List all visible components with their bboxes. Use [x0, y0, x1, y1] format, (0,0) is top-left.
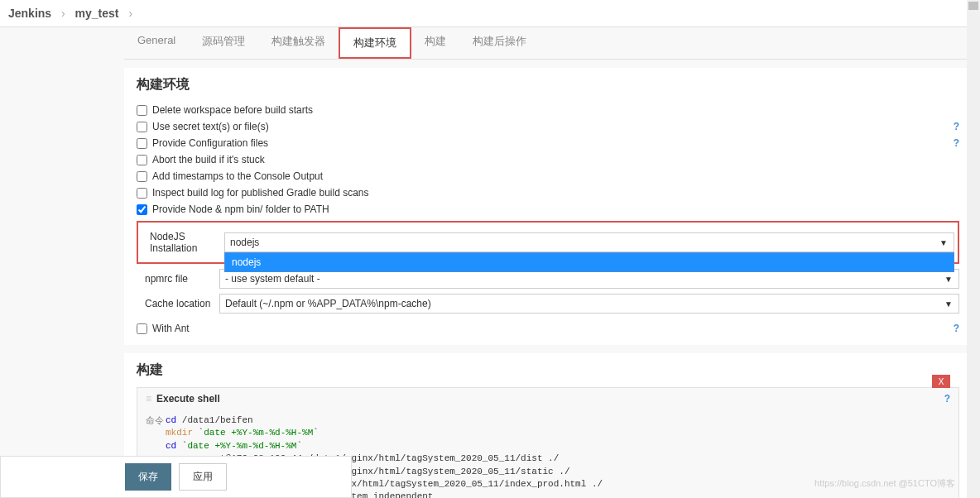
env-checkbox-2[interactable]: [137, 138, 147, 149]
cache-select[interactable]: Default (~/.npm or %APP_DATA%\npm-cache): [219, 294, 959, 314]
env-check-label: Delete workspace before build starts: [152, 104, 959, 116]
apply-button[interactable]: 应用: [179, 463, 227, 491]
nodejs-config-highlight: NodeJS Installation nodejs ▼ nodejs: [137, 221, 959, 264]
env-check-label: Provide Node & npm bin/ folder to PATH: [152, 204, 959, 215]
chevron-down-icon: ▼: [944, 275, 953, 284]
env-check-label: Abort the build if it's stuck: [152, 154, 959, 165]
section-title: 构建: [137, 362, 959, 379]
drag-icon[interactable]: ≡: [146, 393, 151, 405]
with-ant-checkbox[interactable]: [137, 323, 147, 334]
env-checkbox-0[interactable]: [137, 105, 147, 116]
env-checkbox-1[interactable]: [137, 122, 147, 132]
help-icon[interactable]: ?: [954, 323, 959, 334]
chevron-right-icon: ›: [61, 7, 65, 20]
tab-5[interactable]: 构建后操作: [459, 27, 540, 59]
env-check-label: Provide Configuration files: [152, 137, 954, 149]
env-checkbox-3[interactable]: [137, 155, 147, 165]
npmrc-label: npmrc file: [137, 273, 219, 285]
env-checkbox-6[interactable]: [137, 204, 147, 215]
breadcrumb-item[interactable]: Jenkins: [8, 7, 51, 20]
tab-2[interactable]: 构建触发器: [258, 27, 339, 59]
nodejs-dropdown: nodejs: [224, 252, 954, 272]
close-button[interactable]: X: [932, 375, 950, 388]
bottom-bar: 保存 应用: [0, 456, 352, 498]
build-env-panel: 构建环境 Delete workspace before build start…: [124, 68, 972, 345]
env-check-label: Add timestamps to the Console Output: [152, 170, 959, 182]
help-icon[interactable]: ?: [944, 393, 950, 405]
cache-label: Cache location: [137, 298, 219, 309]
chevron-down-icon: ▼: [944, 299, 953, 309]
section-title: 构建环境: [137, 76, 959, 93]
shell-title: Execute shell: [156, 393, 220, 405]
help-icon[interactable]: ?: [954, 121, 959, 132]
tab-0[interactable]: General: [124, 27, 189, 59]
scrollbar[interactable]: [967, 0, 980, 498]
env-checkbox-5[interactable]: [137, 188, 147, 199]
nodejs-install-label: NodeJS Installation: [142, 231, 224, 254]
breadcrumb-item[interactable]: my_test: [75, 7, 119, 20]
breadcrumb: Jenkins › my_test ›: [0, 0, 980, 27]
nodejs-install-select[interactable]: nodejs: [224, 232, 954, 252]
chevron-right-icon: ›: [128, 7, 132, 20]
tabs: General源码管理构建触发器构建环境构建构建后操作: [124, 27, 972, 60]
tab-4[interactable]: 构建: [411, 27, 459, 59]
nodejs-option[interactable]: nodejs: [225, 253, 954, 271]
env-check-label: Inspect build log for published Gradle b…: [152, 187, 959, 199]
env-checkbox-4[interactable]: [137, 171, 147, 182]
help-icon[interactable]: ?: [954, 137, 959, 149]
watermark: https://blog.csdn.net @51CTO博客: [814, 477, 955, 490]
scrollbar-thumb[interactable]: [968, 2, 978, 10]
tab-1[interactable]: 源码管理: [189, 27, 258, 59]
save-button[interactable]: 保存: [125, 463, 171, 491]
with-ant-label: With Ant: [152, 323, 954, 334]
env-check-label: Use secret text(s) or file(s): [152, 121, 954, 132]
chevron-down-icon: ▼: [939, 238, 948, 247]
tab-3[interactable]: 构建环境: [339, 27, 411, 59]
